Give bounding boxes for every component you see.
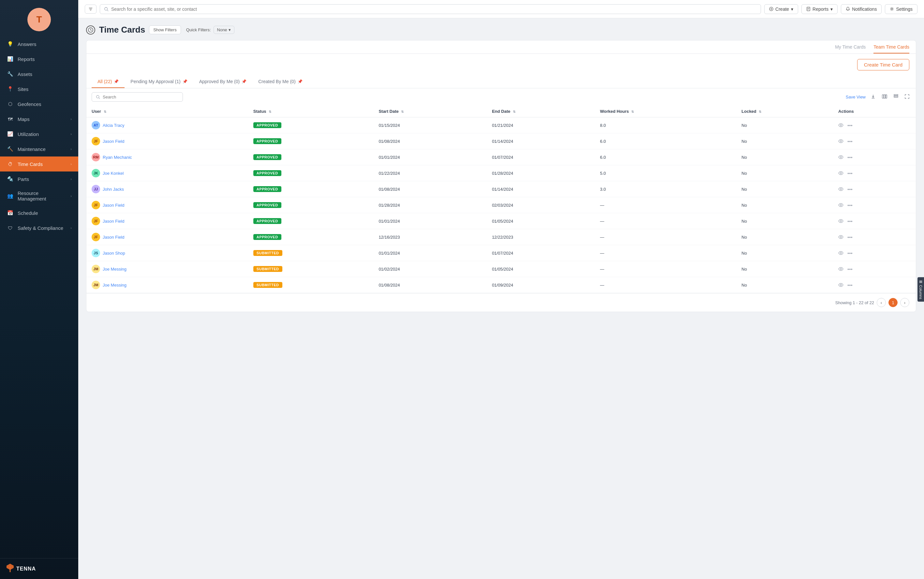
prev-page-button[interactable]: ‹ [877,298,886,307]
sidebar-item-sites[interactable]: 📍 Sites [0,82,78,96]
filter-tab-pending[interactable]: Pending My Approval (1) 📌 [124,76,193,88]
sidebar-item-safety-compliance[interactable]: 🛡 Safety & Compliance › [0,221,78,236]
sidebar-label-maps: Maps [18,116,67,122]
notifications-button[interactable]: Notifications [841,4,881,14]
quick-filters-select[interactable]: None ▾ [214,26,234,34]
topbar-search-input[interactable] [111,7,757,12]
cell-actions-5: ••• [833,197,916,213]
sidebar-item-geofences[interactable]: ⬡ Geofences [0,96,78,111]
topbar-filter-button[interactable] [85,5,96,14]
cell-worked-hours-2: 6.0 [595,149,736,165]
sidebar-item-schedule[interactable]: 📅 Schedule [0,205,78,221]
expand-button[interactable] [903,93,911,101]
view-action-9[interactable] [838,267,844,272]
view-action-5[interactable] [838,203,844,208]
col-header-locked[interactable]: Locked ⇅ [736,106,833,117]
more-action-5[interactable]: ••• [847,203,853,208]
filter-tab-created-by-me[interactable]: Created By Me (0) 📌 [252,76,308,88]
user-link-1[interactable]: Jason Field [103,139,124,144]
user-link-7[interactable]: Jason Field [103,235,124,240]
more-action-1[interactable]: ••• [847,139,853,144]
quick-filters-label: Quick Filters: [186,28,211,32]
page-1-button[interactable]: 1 [888,298,898,307]
create-time-card-button[interactable]: Create Time Card [857,59,909,70]
create-chevron-icon: ▾ [791,7,793,12]
table-card: My Time Cards Team Time Cards Create Tim… [86,40,916,312]
user-link-3[interactable]: Joe Konkel [103,171,124,176]
view-action-8[interactable] [838,250,844,256]
more-action-3[interactable]: ••• [847,170,853,176]
cell-status-0: APPROVED [248,117,374,133]
user-link-4[interactable]: John Jacks [103,187,124,192]
create-button[interactable]: Create ▾ [764,4,798,14]
user-link-8[interactable]: Jason Shop [103,251,125,255]
more-action-2[interactable]: ••• [847,155,853,160]
sidebar-item-time-cards[interactable]: ⏱ Time Cards › [0,157,78,172]
sidebar-item-utilization[interactable]: 📈 Utilization › [0,126,78,141]
col-header-worked-hours[interactable]: Worked Hours ⇅ [595,106,736,117]
save-view-button[interactable]: Save View [846,95,866,100]
filter-tab-all[interactable]: All (22) 📌 [92,76,124,88]
more-action-4[interactable]: ••• [847,186,853,192]
user-link-5[interactable]: Jason Field [103,203,124,208]
svg-rect-21 [894,94,898,95]
table-row: JM Joe Messing SUBMITTED 01/08/2024 01/0… [87,277,916,293]
reports-button[interactable]: Reports ▾ [801,4,837,14]
group-button[interactable] [892,93,899,101]
user-link-9[interactable]: Joe Messing [103,267,126,272]
table-row: JF Jason Field APPROVED 01/28/2024 02/03… [87,197,916,213]
next-page-button[interactable]: › [900,298,909,307]
sidebar-item-answers[interactable]: 💡 Answers [0,36,78,52]
tab-my-time-cards[interactable]: My Time Cards [835,44,866,54]
more-action-10[interactable]: ••• [847,282,853,288]
more-action-9[interactable]: ••• [847,267,853,272]
more-action-8[interactable]: ••• [847,250,853,256]
filter-tab-approved-by-me[interactable]: Approved By Me (0) 📌 [193,76,253,88]
columns-panel[interactable]: Columns [917,277,924,302]
view-action-10[interactable] [838,282,844,288]
svg-point-29 [840,220,842,221]
view-action-4[interactable] [838,186,844,192]
sidebar-label-safety-compliance: Safety & Compliance [18,225,67,231]
view-action-0[interactable] [838,123,844,128]
sidebar-item-maintenance[interactable]: 🔨 Maintenance › [0,141,78,157]
more-action-6[interactable]: ••• [847,218,853,224]
cell-locked-8: No [736,245,833,261]
user-link-2[interactable]: Ryan Mechanic [103,155,132,160]
view-action-6[interactable] [838,218,844,224]
show-filters-button[interactable]: Show Filters [149,25,181,34]
table-search-input[interactable] [103,95,179,100]
view-action-7[interactable] [838,234,844,240]
user-link-10[interactable]: Joe Messing [103,283,126,288]
view-action-1[interactable] [838,139,844,144]
filter-tab-created-label: Created By Me (0) [258,79,295,84]
more-action-0[interactable]: ••• [847,123,853,128]
sidebar-item-reports[interactable]: 📊 Reports [0,52,78,67]
sidebar-item-maps[interactable]: 🗺 Maps › [0,111,78,126]
cell-worked-hours-6: — [595,213,736,229]
view-action-3[interactable] [838,170,844,176]
sidebar-item-resource-management[interactable]: 👥 Resource Management › [0,186,78,205]
col-header-status[interactable]: Status ⇅ [248,106,374,117]
columns-icon [882,94,887,99]
sort-icon-end-date: ⇅ [513,110,515,113]
sidebar-item-parts[interactable]: 🔩 Parts › [0,172,78,186]
col-header-start-date[interactable]: Start Date ⇅ [373,106,486,117]
settings-button[interactable]: Settings [885,4,917,14]
columns-button[interactable] [881,93,888,101]
cell-actions-7: ••• [833,229,916,245]
table-row: JJ John Jacks APPROVED 01/08/2024 01/14/… [87,181,916,197]
col-header-user[interactable]: User ⇅ [87,106,248,117]
more-action-7[interactable]: ••• [847,234,853,240]
download-button[interactable] [870,93,877,101]
view-action-2[interactable] [838,155,844,160]
user-link-0[interactable]: Alicia Tracy [103,123,124,128]
answers-icon: 💡 [7,41,14,47]
user-link-6[interactable]: Jason Field [103,219,124,224]
sidebar-item-assets[interactable]: 🔧 Assets [0,67,78,82]
tab-team-time-cards[interactable]: Team Time Cards [873,44,909,54]
columns-panel-icon [919,280,923,284]
cell-user-5: JF Jason Field [87,197,248,213]
col-header-end-date[interactable]: End Date ⇅ [487,106,595,117]
pagination-showing-text: Showing 1 - 22 of 22 [835,300,874,305]
